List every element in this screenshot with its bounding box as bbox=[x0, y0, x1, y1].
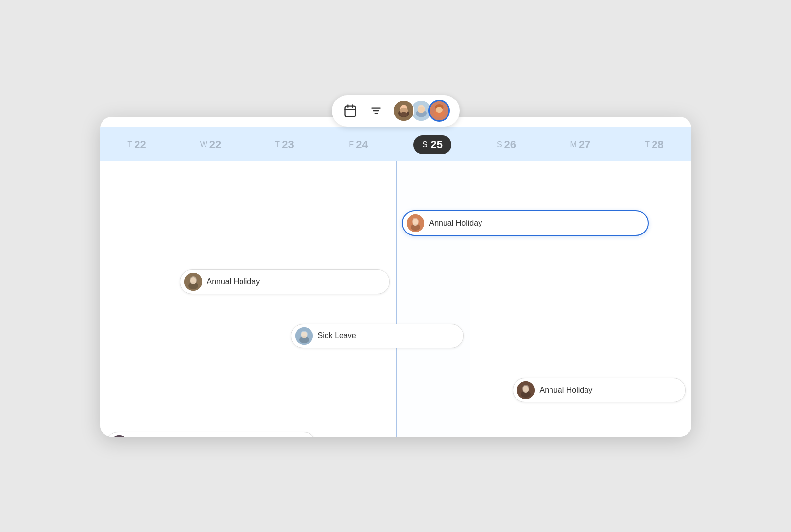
svg-point-28 bbox=[190, 277, 196, 284]
day-header: T 22 W 22 T 23 F 24 S 25 S 26 M 27 T 28 bbox=[100, 127, 691, 161]
event-card-ev3[interactable]: Sick Leave bbox=[291, 324, 464, 348]
event-avatar-ev3 bbox=[295, 327, 313, 345]
col-3 bbox=[322, 161, 396, 437]
calendar-body: Annual Holiday Annual Holiday Sick Leave… bbox=[100, 161, 691, 437]
col-2 bbox=[248, 161, 322, 437]
day-number-4: 25 bbox=[431, 138, 443, 151]
svg-point-36 bbox=[523, 386, 529, 393]
svg-rect-0 bbox=[345, 106, 355, 117]
day-header-7: T 28 bbox=[618, 135, 691, 154]
day-header-6: M 27 bbox=[544, 135, 618, 154]
day-number-5: 26 bbox=[504, 138, 516, 151]
event-card-ev2[interactable]: Annual Holiday bbox=[180, 269, 390, 294]
avatar-user1[interactable] bbox=[393, 100, 414, 122]
event-card-ev4[interactable]: Annual Holiday bbox=[513, 378, 686, 402]
app-container: T 22 W 22 T 23 F 24 S 25 S 26 M 27 T 28 bbox=[100, 95, 691, 437]
day-header-0: T 22 bbox=[100, 135, 174, 154]
day-header-2: T 23 bbox=[248, 135, 322, 154]
calendar-icon[interactable] bbox=[342, 102, 359, 120]
day-number-1: 22 bbox=[209, 138, 221, 151]
svg-point-24 bbox=[413, 219, 418, 226]
day-number-7: 28 bbox=[652, 138, 663, 151]
event-avatar-ev5 bbox=[110, 435, 128, 437]
svg-point-37 bbox=[110, 435, 128, 437]
day-header-5: S 26 bbox=[470, 135, 544, 154]
day-header-4: S 25 bbox=[396, 135, 470, 154]
event-label-ev4: Annual Holiday bbox=[540, 386, 593, 395]
day-number-2: 23 bbox=[282, 138, 294, 151]
day-letter-6: M bbox=[570, 140, 577, 149]
event-card-ev5[interactable]: Annual Holiday bbox=[106, 432, 316, 437]
col-0 bbox=[100, 161, 174, 437]
col-1 bbox=[174, 161, 248, 437]
event-label-ev3: Sick Leave bbox=[318, 332, 356, 340]
event-avatar-ev2 bbox=[184, 273, 202, 291]
day-number-6: 27 bbox=[579, 138, 590, 151]
event-card-ev1[interactable]: Annual Holiday bbox=[402, 210, 649, 236]
svg-point-20 bbox=[436, 107, 443, 113]
toolbar bbox=[332, 95, 460, 127]
svg-point-15 bbox=[417, 107, 425, 113]
event-label-ev1: Annual Holiday bbox=[429, 219, 482, 228]
event-label-ev2: Annual Holiday bbox=[207, 277, 260, 286]
day-header-1: W 22 bbox=[174, 135, 248, 154]
day-letter-4: S bbox=[422, 140, 428, 149]
col-4-today bbox=[396, 161, 470, 437]
svg-point-11 bbox=[400, 112, 407, 117]
avatar-user3[interactable] bbox=[428, 100, 450, 122]
svg-point-32 bbox=[301, 332, 307, 338]
day-letter-1: W bbox=[200, 140, 207, 149]
day-number-0: 22 bbox=[134, 138, 146, 151]
day-letter-2: T bbox=[275, 140, 280, 149]
day-letter-0: T bbox=[127, 140, 132, 149]
filter-icon[interactable] bbox=[367, 102, 385, 120]
day-letter-5: S bbox=[497, 140, 502, 149]
day-letter-7: T bbox=[645, 140, 650, 149]
day-number-3: 24 bbox=[356, 138, 368, 151]
calendar-card: T 22 W 22 T 23 F 24 S 25 S 26 M 27 T 28 bbox=[100, 117, 691, 437]
day-letter-3: F bbox=[349, 140, 354, 149]
event-avatar-ev4 bbox=[517, 381, 535, 399]
avatar-group bbox=[393, 100, 450, 122]
day-header-3: F 24 bbox=[322, 135, 396, 154]
event-avatar-ev1 bbox=[407, 214, 424, 232]
